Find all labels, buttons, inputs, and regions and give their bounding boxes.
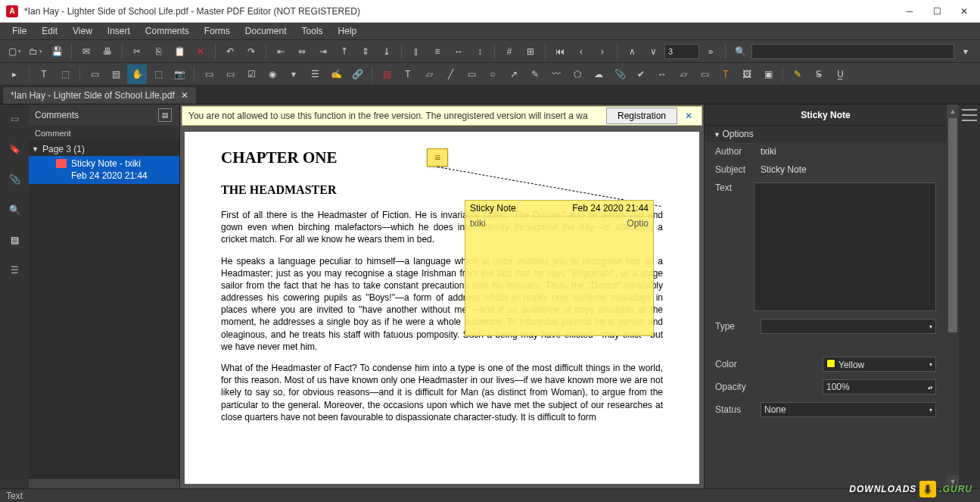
attachments-panel-icon[interactable]: 📎 bbox=[6, 171, 23, 188]
pencil-tool-icon[interactable]: ✎ bbox=[525, 64, 545, 84]
strikeout-icon[interactable]: S̶ bbox=[809, 64, 829, 84]
tab-close-icon[interactable]: ✕ bbox=[181, 90, 188, 101]
close-button[interactable]: ✕ bbox=[957, 5, 971, 18]
maximize-button[interactable]: ☐ bbox=[930, 5, 944, 18]
menu-insert[interactable]: Insert bbox=[100, 24, 138, 38]
menu-file[interactable]: File bbox=[5, 24, 34, 38]
snapshot-tool-icon[interactable]: 📷 bbox=[170, 64, 189, 84]
align-center-v-icon[interactable]: ⇕ bbox=[356, 42, 375, 61]
prev-view-icon[interactable]: ∧ bbox=[622, 42, 642, 61]
popup-body[interactable] bbox=[465, 230, 653, 236]
text-box-tool-icon[interactable]: T bbox=[398, 64, 418, 84]
properties-scrollbar[interactable]: ▲ ▼ bbox=[947, 104, 959, 488]
sticky-note-annotation-icon[interactable] bbox=[427, 148, 448, 167]
polyline-tool-icon[interactable]: 〰 bbox=[546, 64, 566, 84]
save-icon[interactable]: 💾 bbox=[47, 42, 67, 61]
last-page-icon[interactable]: » bbox=[701, 42, 720, 61]
measure-tool-icon[interactable]: ↔ bbox=[652, 64, 672, 84]
edit-forms-tool-icon[interactable]: ▭ bbox=[85, 64, 104, 84]
pdf-page[interactable]: CHAPTER ONE THE HEADMASTER First of all … bbox=[185, 132, 699, 484]
align-left-icon[interactable]: ⇤ bbox=[271, 42, 291, 61]
image-tool-icon[interactable]: 🖼 bbox=[737, 64, 757, 84]
opacity-spinner[interactable]: 100% bbox=[823, 379, 936, 394]
form-checkbox-icon[interactable]: ☑ bbox=[241, 64, 261, 84]
registration-button[interactable]: Registration bbox=[606, 108, 677, 124]
next-page-icon[interactable]: › bbox=[593, 42, 612, 61]
align-center-h-icon[interactable]: ⇔ bbox=[292, 42, 312, 61]
warning-close-icon[interactable]: ✕ bbox=[682, 111, 695, 121]
document-tab[interactable]: *Ian Hay - Lighter Side of School Life.p… bbox=[3, 87, 196, 104]
highlight-tool-icon[interactable]: T bbox=[716, 64, 736, 84]
distribute-v-icon[interactable]: ≡ bbox=[428, 42, 447, 61]
next-view-icon[interactable]: ∨ bbox=[643, 42, 663, 61]
search-dropdown-icon[interactable]: ▾ bbox=[956, 42, 975, 61]
open-icon[interactable]: 🗀 bbox=[26, 42, 45, 61]
menu-edit[interactable]: Edit bbox=[34, 24, 65, 38]
comment-page-item[interactable]: Page 3 (1) bbox=[29, 142, 179, 156]
cloud-tool-icon[interactable]: ☁ bbox=[589, 64, 608, 84]
area-tool-icon[interactable]: ▱ bbox=[674, 64, 693, 84]
type-combo[interactable] bbox=[761, 319, 936, 334]
polygon-tool-icon[interactable]: ⬠ bbox=[568, 64, 587, 84]
menu-forms[interactable]: Forms bbox=[197, 24, 238, 38]
menu-help[interactable]: Help bbox=[331, 24, 365, 38]
form-text-icon[interactable]: ▭ bbox=[199, 64, 219, 84]
callout-tool-icon[interactable]: ▱ bbox=[419, 64, 439, 84]
perimeter-tool-icon[interactable]: ▭ bbox=[695, 64, 714, 84]
undo-icon[interactable]: ↶ bbox=[220, 42, 240, 61]
comments-panel-icon[interactable]: ▤ bbox=[6, 232, 23, 248]
paste-icon[interactable]: 📋 bbox=[170, 42, 189, 61]
prev-page-icon[interactable]: ‹ bbox=[571, 42, 591, 61]
align-right-icon[interactable]: ⇥ bbox=[313, 42, 333, 61]
rectangle-tool-icon[interactable]: ▭ bbox=[462, 64, 481, 84]
form-link-icon[interactable]: 🔗 bbox=[347, 64, 367, 84]
author-value[interactable]: txiki bbox=[761, 146, 936, 157]
page-number-input[interactable] bbox=[664, 44, 699, 59]
align-bottom-icon[interactable]: ⤓ bbox=[377, 42, 397, 61]
form-list-icon[interactable]: ☰ bbox=[305, 64, 325, 84]
hand-tool-icon[interactable]: ✋ bbox=[127, 64, 147, 84]
panel-h-scrollbar[interactable] bbox=[29, 478, 179, 488]
line-tool-icon[interactable]: ╱ bbox=[440, 64, 460, 84]
sticky-note-tool-icon[interactable]: ▤ bbox=[377, 64, 397, 84]
layers-panel-icon[interactable]: ☰ bbox=[6, 262, 23, 279]
select-tool-icon[interactable]: ⬚ bbox=[148, 64, 168, 84]
snap-icon[interactable]: ⊞ bbox=[521, 42, 540, 61]
status-combo[interactable]: None bbox=[761, 402, 936, 417]
mail-icon[interactable]: ✉ bbox=[76, 42, 96, 61]
menu-view[interactable]: View bbox=[65, 24, 100, 38]
form-button-icon[interactable]: ▭ bbox=[220, 64, 240, 84]
search-input[interactable] bbox=[751, 44, 954, 59]
distribute-h-icon[interactable]: ⫿ bbox=[406, 42, 426, 61]
edit-text-tool-icon[interactable]: T bbox=[34, 64, 54, 84]
menu-document[interactable]: Document bbox=[238, 24, 294, 38]
panel-options-icon[interactable]: ▤ bbox=[158, 108, 172, 122]
stamp-tool-icon[interactable]: ✔ bbox=[631, 64, 651, 84]
same-width-icon[interactable]: ↔ bbox=[449, 42, 468, 61]
form-combo-icon[interactable]: ▾ bbox=[284, 64, 303, 84]
popup-options[interactable]: Optio bbox=[627, 218, 649, 229]
delete-icon[interactable]: ✕ bbox=[191, 42, 210, 61]
form-signature-icon[interactable]: ✍ bbox=[326, 64, 346, 84]
properties-toggle[interactable] bbox=[959, 104, 980, 488]
options-section-header[interactable]: Options bbox=[705, 126, 947, 142]
grid-icon[interactable]: # bbox=[499, 42, 519, 61]
scroll-up-icon[interactable]: ▲ bbox=[947, 104, 959, 118]
minimize-button[interactable]: ─ bbox=[903, 5, 916, 18]
edit-document-tool-icon[interactable]: ▤ bbox=[106, 64, 126, 84]
sticky-note-popup[interactable]: Sticky Note Feb 24 2020 21:44 txiki Opti… bbox=[465, 200, 654, 336]
arrow-tool-icon[interactable]: ↗ bbox=[504, 64, 524, 84]
new-icon[interactable]: ▢ bbox=[5, 42, 24, 61]
copy-icon[interactable]: ⎘ bbox=[148, 42, 168, 61]
cut-icon[interactable]: ✂ bbox=[127, 42, 147, 61]
menu-comments[interactable]: Comments bbox=[138, 24, 197, 38]
menu-tools[interactable]: Tools bbox=[294, 24, 331, 38]
highlight-text-icon[interactable]: ✎ bbox=[788, 64, 807, 84]
attachment-tool-icon[interactable]: 📎 bbox=[610, 64, 630, 84]
comment-note-item[interactable]: Sticky Note - txiki Feb 24 2020 21:44 bbox=[29, 156, 179, 184]
edit-object-tool-icon[interactable]: ⬚ bbox=[55, 64, 75, 84]
comments-tree[interactable]: Page 3 (1) Sticky Note - txiki Feb 24 20… bbox=[29, 141, 179, 478]
note-text-input[interactable] bbox=[754, 182, 936, 311]
initials-tool-icon[interactable]: ▣ bbox=[758, 64, 778, 84]
print-icon[interactable]: 🖶 bbox=[98, 42, 117, 61]
